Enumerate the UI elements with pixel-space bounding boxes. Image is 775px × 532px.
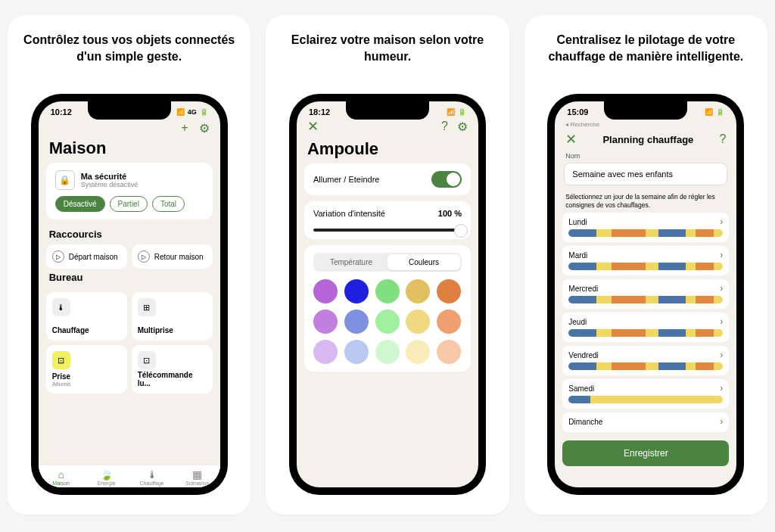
phone-frame: 10:12 📶 4G 🔋 + ⚙ Maison 🔒 [31, 94, 228, 495]
color-swatch[interactable] [344, 340, 369, 364]
signal-icon: 📶 [176, 108, 185, 116]
chevron-right-icon: › [720, 283, 723, 294]
day-label: Jeudi [568, 318, 587, 326]
days-list: Lundi›Mardi›Mercredi›Jeudi›Vendredi›Same… [555, 213, 736, 436]
color-swatch[interactable] [344, 279, 369, 303]
signal-icon: 📶 [705, 108, 713, 116]
shortcut-leave[interactable]: ▷ Départ maison [46, 244, 127, 269]
intensity-value: 100 % [438, 209, 462, 218]
color-swatch[interactable] [406, 340, 430, 364]
status-right: 📶 4G 🔋 [176, 107, 208, 117]
color-swatch[interactable] [375, 340, 400, 364]
tab-heating[interactable]: 🌡Chauffage [129, 468, 175, 486]
tab-energy[interactable]: 🍃Energie [84, 468, 129, 486]
battery-icon: 🔋 [716, 108, 724, 116]
color-swatch[interactable] [437, 340, 461, 364]
play-icon: ▷ [138, 250, 150, 263]
security-subtitle: Système désactivé [81, 181, 139, 188]
scenarios-icon: ▦ [175, 468, 220, 481]
page-title: Ampoule [297, 139, 478, 163]
status-time: 18:12 [309, 107, 330, 117]
thermostat-icon: 🌡 [52, 298, 70, 316]
close-icon[interactable]: ✕ [307, 118, 319, 135]
gear-icon[interactable]: ⚙ [457, 120, 468, 134]
gear-icon[interactable]: ⚙ [199, 121, 210, 135]
day-row[interactable]: Lundi› [562, 213, 729, 242]
home-icon: ⌂ [39, 468, 84, 481]
color-swatch[interactable] [313, 310, 338, 334]
plug-on-icon: ⊡ [52, 351, 70, 369]
panel-caption: Eclairez votre maison selon votre humeur… [275, 27, 500, 88]
color-swatch[interactable] [344, 310, 369, 334]
color-swatch[interactable] [406, 279, 430, 303]
shortcut-return[interactable]: ▷ Retour maison [132, 244, 213, 269]
tile-remote[interactable]: ⊡ Télécommande lu... [132, 345, 213, 394]
page-title: Planning chauffage [602, 134, 693, 145]
status-time: 15:09 [567, 107, 588, 117]
seg-temperature[interactable]: Température [315, 254, 388, 270]
input-label: Nom [555, 151, 736, 161]
close-icon[interactable]: ✕ [565, 131, 577, 148]
help-icon[interactable]: ? [719, 132, 726, 146]
segment-control: Température Couleurs [313, 253, 462, 272]
day-label: Mercredi [568, 285, 598, 293]
color-grid [313, 279, 462, 364]
color-swatch[interactable] [375, 279, 400, 303]
day-row[interactable]: Dimanche› [562, 412, 729, 432]
screen: 18:12 📶 🔋 ✕ ? ⚙ Ampoule [297, 101, 478, 487]
plan-name-input[interactable]: Semaine avec mes enfants [564, 163, 727, 185]
tile-plug[interactable]: ⊡ Prise Allumé [46, 345, 127, 394]
tab-bar: ⌂Maison 🍃Energie 🌡Chauffage ▦Scénarios [39, 465, 220, 487]
tab-home[interactable]: ⌂Maison [39, 468, 84, 486]
phone-frame: 18:12 📶 🔋 ✕ ? ⚙ Ampoule [289, 94, 486, 495]
notch [604, 101, 687, 120]
color-swatch[interactable] [313, 279, 338, 303]
status-right: 📶 🔋 [447, 107, 466, 117]
notch [88, 101, 171, 120]
lock-icon: 🔒 [55, 170, 75, 190]
onoff-toggle[interactable] [431, 171, 462, 188]
tab-scenarios[interactable]: ▦Scénarios [175, 468, 220, 486]
schedule-bar [568, 396, 723, 403]
panel-home: Contrôlez tous vos objets connectés d'un… [8, 15, 251, 515]
notch [346, 101, 429, 120]
tile-heating[interactable]: 🌡 Chauffage [46, 292, 127, 341]
color-swatch[interactable] [437, 310, 461, 334]
save-button[interactable]: Enregistrer [562, 440, 729, 466]
chevron-right-icon: › [720, 250, 723, 260]
pill-partial[interactable]: Partiel [110, 196, 148, 212]
pill-disabled[interactable]: Désactivé [55, 196, 105, 212]
seg-colors[interactable]: Couleurs [388, 254, 460, 270]
chevron-right-icon: › [720, 216, 723, 227]
panel-caption: Contrôlez tous vos objets connectés d'un… [17, 27, 241, 88]
day-label: Samedi [568, 384, 594, 393]
page-title: Maison [39, 138, 220, 163]
chevron-right-icon: › [720, 316, 723, 327]
color-swatch[interactable] [437, 279, 461, 303]
intensity-card: Variation d'intensité 100 % [304, 201, 471, 239]
add-icon[interactable]: + [181, 121, 188, 135]
intensity-slider[interactable] [313, 229, 462, 232]
pill-total[interactable]: Total [152, 196, 185, 212]
intensity-label: Variation d'intensité [313, 209, 385, 218]
day-row[interactable]: Mercredi› [562, 279, 729, 309]
day-row[interactable]: Samedi› [562, 379, 729, 409]
security-card[interactable]: 🔒 Ma sécurité Système désactivé Désactiv… [46, 163, 213, 219]
color-swatch[interactable] [375, 310, 400, 334]
leaf-icon: 🍃 [84, 468, 129, 481]
day-row[interactable]: Jeudi› [562, 313, 729, 342]
phone-frame: 15:09 📶 🔋 ◂ Recherche ✕ Planning chauffa… [547, 94, 744, 495]
color-swatch[interactable] [406, 310, 430, 334]
day-row[interactable]: Vendredi› [562, 346, 729, 375]
day-row[interactable]: Mardi› [562, 246, 729, 275]
status-right: 📶 🔋 [705, 107, 724, 117]
plug-icon: ⊞ [138, 298, 156, 316]
panel-heating: Centralisez le pilotage de votre chauffa… [524, 15, 767, 515]
help-icon[interactable]: ? [441, 120, 448, 134]
color-swatch[interactable] [313, 340, 338, 364]
chevron-right-icon: › [720, 383, 723, 394]
battery-icon: 🔋 [458, 108, 466, 116]
tile-multiprise[interactable]: ⊞ Multiprise [132, 292, 213, 341]
day-label: Vendredi [568, 351, 598, 359]
top-actions: + ⚙ [39, 118, 220, 138]
